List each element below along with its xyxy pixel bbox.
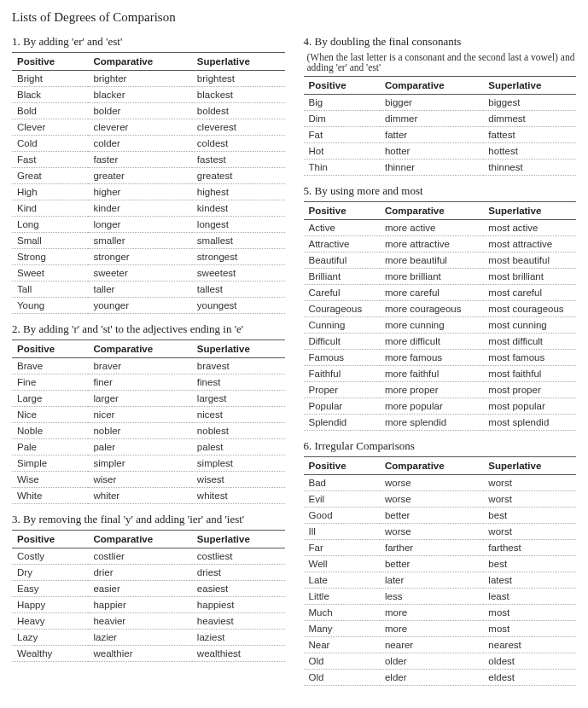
table-row: Oldolderoldest bbox=[304, 653, 577, 670]
cell-comparative: more popular bbox=[380, 398, 483, 415]
cell-comparative: hotter bbox=[380, 143, 483, 160]
cell-superlative: most splendid bbox=[483, 415, 576, 431]
cell-positive: Noble bbox=[12, 423, 88, 439]
comparison-table: PositiveComparativeSuperlativeBrightbrig… bbox=[12, 52, 285, 314]
cell-superlative: palest bbox=[192, 439, 285, 456]
table-row: Cunningmore cunningmost cunning bbox=[304, 317, 577, 334]
cell-positive: Famous bbox=[304, 350, 380, 366]
section-heading: 3. By removing the final 'y' and adding … bbox=[12, 513, 285, 526]
table-row: Wellbetterbest bbox=[304, 556, 577, 572]
cell-superlative: most proper bbox=[483, 382, 576, 398]
cell-positive: Attractive bbox=[304, 236, 380, 252]
cell-superlative: smallest bbox=[192, 233, 285, 249]
cell-positive: Simple bbox=[12, 456, 88, 472]
cell-positive: Brave bbox=[12, 358, 88, 374]
cell-comparative: more attractive bbox=[380, 236, 483, 252]
cell-comparative: nearer bbox=[380, 637, 483, 653]
cell-positive: Little bbox=[304, 589, 380, 605]
cell-positive: Easy bbox=[12, 581, 88, 597]
table-row: Wisewiserwisest bbox=[12, 472, 285, 488]
column-header-comparative: Comparative bbox=[88, 531, 191, 548]
cell-superlative: costliest bbox=[192, 548, 285, 565]
table-row: Nearnearernearest bbox=[304, 637, 577, 653]
cell-superlative: fastest bbox=[192, 152, 285, 168]
comparison-table: PositiveComparativeSuperlativeCostlycost… bbox=[12, 530, 285, 662]
cell-comparative: paler bbox=[88, 439, 191, 456]
cell-superlative: wealthiest bbox=[192, 646, 285, 662]
cell-superlative: highest bbox=[192, 184, 285, 200]
table-row: Nicenicernicest bbox=[12, 407, 285, 423]
cell-positive: Old bbox=[304, 653, 380, 670]
cell-comparative: fatter bbox=[380, 127, 483, 143]
cell-superlative: worst bbox=[483, 524, 576, 540]
cell-superlative: most difficult bbox=[483, 334, 576, 350]
cell-positive: Near bbox=[304, 637, 380, 653]
table-row: Wealthywealthierwealthiest bbox=[12, 646, 285, 662]
cell-comparative: older bbox=[380, 653, 483, 670]
cell-superlative: most bbox=[483, 621, 576, 637]
cell-positive: Bright bbox=[12, 71, 88, 87]
table-row: Activemore activemost active bbox=[304, 220, 577, 236]
cell-positive: White bbox=[12, 488, 88, 504]
cell-comparative: later bbox=[380, 572, 483, 589]
table-row: Boldbolderboldest bbox=[12, 103, 285, 119]
cell-superlative: simplest bbox=[192, 456, 285, 472]
cell-comparative: colder bbox=[88, 136, 191, 152]
cell-positive: Small bbox=[12, 233, 88, 249]
table-row: Famousmore famousmost famous bbox=[304, 350, 577, 366]
column-header-comparative: Comparative bbox=[380, 77, 483, 95]
cell-positive: Dim bbox=[304, 111, 380, 127]
cell-superlative: bravest bbox=[192, 358, 285, 374]
table-row: Hothotterhottest bbox=[304, 143, 577, 160]
cell-superlative: most brilliant bbox=[483, 269, 576, 285]
table-row: Farfartherfarthest bbox=[304, 540, 577, 556]
cell-comparative: younger bbox=[88, 298, 191, 314]
table-row: Dimdimmerdimmest bbox=[304, 111, 577, 127]
cell-positive: Long bbox=[12, 217, 88, 233]
cell-positive: Proper bbox=[304, 382, 380, 398]
cell-positive: Cunning bbox=[304, 317, 380, 334]
cell-superlative: nicest bbox=[192, 407, 285, 423]
cell-superlative: eldest bbox=[483, 670, 576, 686]
cell-positive: Bad bbox=[304, 475, 380, 491]
cell-positive: Fine bbox=[12, 374, 88, 391]
cell-superlative: most bbox=[483, 605, 576, 621]
cell-positive: Hot bbox=[304, 143, 380, 160]
cell-comparative: heavier bbox=[88, 613, 191, 630]
left-column: 1. By adding 'er' and 'est'PositiveCompa… bbox=[12, 30, 285, 694]
cell-comparative: nicer bbox=[88, 407, 191, 423]
table-row: Bigbiggerbiggest bbox=[304, 95, 577, 111]
cell-comparative: farther bbox=[380, 540, 483, 556]
table-row: Oldeldereldest bbox=[304, 670, 577, 686]
cell-comparative: nobler bbox=[88, 423, 191, 439]
cell-superlative: most cunning bbox=[483, 317, 576, 334]
cell-superlative: worst bbox=[483, 475, 576, 491]
cell-positive: Clever bbox=[12, 119, 88, 136]
cell-positive: Tall bbox=[12, 281, 88, 298]
cell-superlative: most famous bbox=[483, 350, 576, 366]
section-heading: 2. By adding 'r' and 'st' to the adjecti… bbox=[12, 322, 285, 336]
column-header-comparative: Comparative bbox=[380, 202, 483, 220]
comparison-table: PositiveComparativeSuperlativeBigbiggerb… bbox=[304, 76, 577, 176]
cell-positive: Fat bbox=[304, 127, 380, 143]
cell-comparative: more proper bbox=[380, 382, 483, 398]
table-row: Faithfulmore faithfulmost faithful bbox=[304, 366, 577, 382]
table-row: Sweetsweetersweetest bbox=[12, 265, 285, 281]
table-row: Brightbrighterbrightest bbox=[12, 71, 285, 87]
cell-superlative: farthest bbox=[483, 540, 576, 556]
table-row: Courageousmore courageousmost courageous bbox=[304, 301, 577, 317]
cell-comparative: more difficult bbox=[380, 334, 483, 350]
cell-comparative: sweeter bbox=[88, 265, 191, 281]
cell-superlative: most beautiful bbox=[483, 252, 576, 269]
cell-comparative: wealthier bbox=[88, 646, 191, 662]
cell-superlative: thinnest bbox=[483, 160, 576, 176]
cell-positive: Lazy bbox=[12, 630, 88, 646]
cell-superlative: heaviest bbox=[192, 613, 285, 630]
cell-superlative: biggest bbox=[483, 95, 576, 111]
table-row: Palepalerpalest bbox=[12, 439, 285, 456]
cell-superlative: oldest bbox=[483, 653, 576, 670]
cell-comparative: less bbox=[380, 589, 483, 605]
cell-positive: Wise bbox=[12, 472, 88, 488]
cell-superlative: blackest bbox=[192, 87, 285, 103]
cell-comparative: more bbox=[380, 621, 483, 637]
